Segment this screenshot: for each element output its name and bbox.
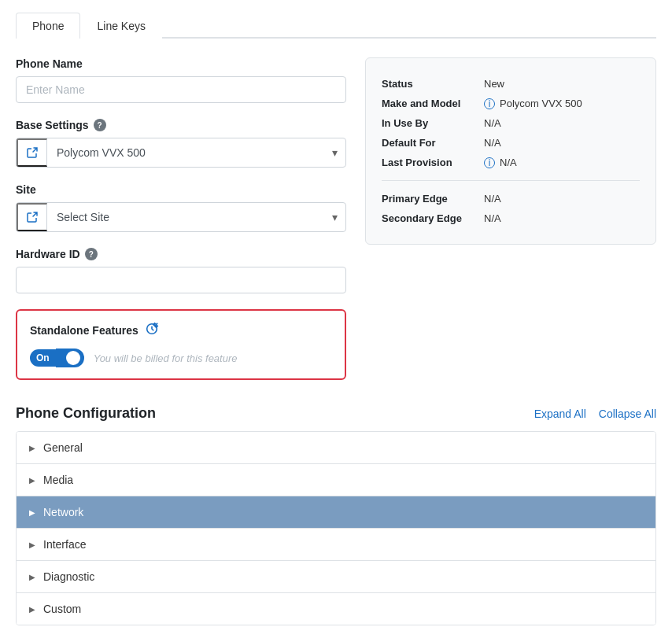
info-row-status: Status New [382,74,640,94]
secondary-edge-value: N/A [484,212,501,224]
config-item-label-network: Network [43,506,83,518]
config-item-media[interactable]: ▶ Media [17,464,655,496]
site-select[interactable]: Select Site [47,205,324,230]
base-settings-select[interactable]: Polycom VVX 500 [47,140,324,165]
make-model-value: i Polycom VVX 500 [484,98,582,109]
last-provision-info-icon: i [484,157,495,168]
hardware-id-group: Hardware ID ? [16,248,346,293]
primary-edge-label: Primary Edge [382,193,484,205]
toggle-on-label: On [30,349,56,367]
phone-name-group: Phone Name [16,57,346,103]
config-list: ▶ General ▶ Media ▶ Network ▶ Interface … [16,431,656,625]
collapse-all-button[interactable]: Collapse All [599,408,656,420]
last-provision-label: Last Provision [382,157,484,168]
base-settings-chevron-icon: ▾ [324,140,345,165]
info-card: Status New Make and Model i Polycom VVX … [365,57,656,245]
base-settings-label: Base Settings ? [16,119,346,131]
config-item-general[interactable]: ▶ General [17,432,655,464]
external-link-icon [26,146,39,159]
info-row-make-model: Make and Model i Polycom VVX 500 [382,94,640,113]
config-item-label-general: General [43,441,83,454]
main-content: Phone Name Base Settings ? [16,57,656,399]
info-table: Status New Make and Model i Polycom VVX … [382,74,640,228]
tab-phone[interactable]: Phone [16,13,80,39]
phone-config-section: Phone Configuration Expand All Collapse … [16,405,656,625]
config-actions: Expand All Collapse All [534,408,656,420]
hardware-id-input[interactable] [16,267,346,293]
in-use-by-value: N/A [484,117,501,129]
chevron-right-icon-general: ▶ [29,444,35,452]
base-settings-link-icon-btn[interactable] [17,138,47,167]
default-for-label: Default For [382,137,484,149]
chevron-right-icon-custom: ▶ [29,605,35,614]
info-row-last-provision: Last Provision i N/A [382,153,640,172]
tab-line-keys[interactable]: Line Keys [80,13,161,39]
config-item-interface[interactable]: ▶ Interface [17,529,655,561]
chevron-right-icon-network: ▶ [29,508,35,517]
config-item-label-interface: Interface [43,538,86,551]
info-row-primary-edge: Primary Edge N/A [382,189,640,208]
info-row-default-for: Default For N/A [382,133,640,153]
expand-all-button[interactable]: Expand All [534,408,586,420]
site-group: Site Select Site ▾ [16,183,346,232]
tabs-container: Phone Line Keys [16,13,656,39]
make-model-info-icon: i [484,98,495,109]
config-header: Phone Configuration Expand All Collapse … [16,405,656,422]
chevron-right-icon-interface: ▶ [29,540,35,549]
phone-name-label: Phone Name [16,57,346,70]
site-chevron-icon: ▾ [324,205,345,230]
primary-edge-value: N/A [484,193,501,205]
in-use-by-label: In Use By [382,117,484,129]
info-divider [382,180,640,181]
hardware-id-help-icon[interactable]: ? [85,248,98,260]
standalone-link-icon [145,322,159,339]
site-link-icon-btn[interactable] [17,203,47,231]
status-value: New [484,78,504,90]
hardware-id-label: Hardware ID ? [16,248,346,260]
info-row-secondary-edge: Secondary Edge N/A [382,208,640,228]
config-item-label-media: Media [43,474,73,486]
config-item-custom[interactable]: ▶ Custom [17,593,655,625]
config-item-label-diagnostic: Diagnostic [43,570,94,583]
toggle-slider [56,349,84,367]
toggle-switch[interactable] [56,349,84,367]
info-row-in-use-by: In Use By N/A [382,113,640,133]
last-provision-value: i N/A [484,157,517,168]
base-settings-group: Base Settings ? Polycom VVX 500 ▾ [16,119,346,168]
config-title: Phone Configuration [16,405,156,422]
make-model-label: Make and Model [382,98,484,109]
config-item-diagnostic[interactable]: ▶ Diagnostic [17,561,655,593]
billing-note: You will be billed for this feature [94,352,238,364]
chevron-right-icon-media: ▶ [29,476,35,485]
chevron-right-icon-diagnostic: ▶ [29,573,35,581]
standalone-features-box: Standalone Features On [16,309,346,380]
secondary-edge-label: Secondary Edge [382,212,484,224]
status-label: Status [382,78,484,90]
phone-name-input[interactable] [16,76,346,103]
site-label: Site [16,183,346,196]
toggle-container[interactable]: On [30,349,84,367]
site-select-wrapper: Select Site ▾ [16,202,346,232]
page-wrapper: Phone Line Keys Phone Name Base Settings… [0,0,672,627]
site-external-link-icon [26,211,39,223]
config-item-network[interactable]: ▶ Network [17,496,655,529]
base-settings-select-wrapper: Polycom VVX 500 ▾ [16,138,346,168]
standalone-title: Standalone Features [30,322,332,339]
toggle-row: On You will be billed for this feature [30,349,332,367]
config-item-label-custom: Custom [43,603,81,615]
default-for-value: N/A [484,137,501,149]
left-panel: Phone Name Base Settings ? [16,57,346,399]
base-settings-help-icon[interactable]: ? [94,119,106,131]
